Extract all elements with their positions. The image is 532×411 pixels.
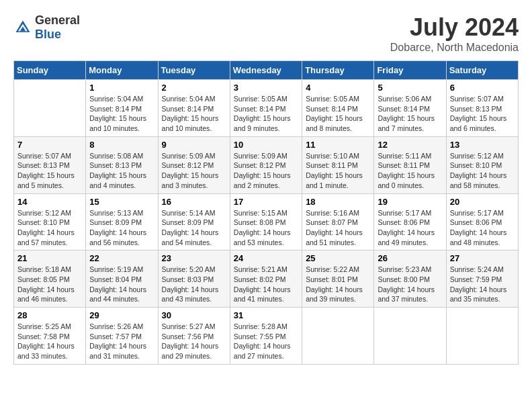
calendar-cell bbox=[302, 308, 374, 365]
day-number: 22 bbox=[89, 253, 154, 263]
day-info: Sunrise: 5:17 AMSunset: 8:06 PMDaylight:… bbox=[450, 208, 515, 248]
day-info: Sunrise: 5:13 AMSunset: 8:09 PMDaylight:… bbox=[89, 208, 154, 248]
day-number: 20 bbox=[450, 197, 515, 207]
calendar-cell: 14Sunrise: 5:12 AMSunset: 8:10 PMDayligh… bbox=[14, 193, 86, 250]
calendar-cell: 21Sunrise: 5:18 AMSunset: 8:05 PMDayligh… bbox=[14, 250, 86, 308]
calendar-week-row: 28Sunrise: 5:25 AMSunset: 7:58 PMDayligh… bbox=[14, 308, 519, 365]
calendar-cell: 15Sunrise: 5:13 AMSunset: 8:09 PMDayligh… bbox=[86, 193, 158, 250]
day-number: 27 bbox=[450, 253, 515, 263]
weekday-header-saturday: Saturday bbox=[446, 61, 518, 80]
calendar-cell: 12Sunrise: 5:11 AMSunset: 8:11 PMDayligh… bbox=[374, 136, 446, 193]
calendar-cell: 6Sunrise: 5:07 AMSunset: 8:13 PMDaylight… bbox=[446, 80, 518, 137]
weekday-header-monday: Monday bbox=[86, 61, 158, 80]
day-info: Sunrise: 5:08 AMSunset: 8:13 PMDaylight:… bbox=[89, 151, 154, 191]
logo-icon bbox=[13, 18, 32, 37]
calendar-cell: 24Sunrise: 5:21 AMSunset: 8:02 PMDayligh… bbox=[230, 250, 302, 308]
day-info: Sunrise: 5:12 AMSunset: 8:10 PMDaylight:… bbox=[450, 151, 515, 191]
calendar-week-row: 14Sunrise: 5:12 AMSunset: 8:10 PMDayligh… bbox=[14, 193, 519, 250]
day-info: Sunrise: 5:19 AMSunset: 8:04 PMDaylight:… bbox=[89, 265, 154, 304]
day-info: Sunrise: 5:09 AMSunset: 8:12 PMDaylight:… bbox=[234, 151, 298, 191]
calendar-cell: 5Sunrise: 5:06 AMSunset: 8:14 PMDaylight… bbox=[374, 80, 446, 137]
calendar-cell bbox=[14, 80, 86, 137]
calendar-cell: 11Sunrise: 5:10 AMSunset: 8:11 PMDayligh… bbox=[302, 136, 374, 193]
calendar-cell: 20Sunrise: 5:17 AMSunset: 8:06 PMDayligh… bbox=[446, 193, 518, 250]
calendar-cell: 22Sunrise: 5:19 AMSunset: 8:04 PMDayligh… bbox=[86, 250, 158, 308]
location-title: Dobarce, North Macedonia bbox=[390, 42, 519, 54]
day-number: 16 bbox=[162, 197, 226, 207]
logo-wordmark: General Blue bbox=[35, 13, 80, 42]
logo: General Blue bbox=[13, 13, 80, 42]
weekday-header-wednesday: Wednesday bbox=[230, 61, 302, 80]
weekday-header-tuesday: Tuesday bbox=[158, 61, 230, 80]
day-info: Sunrise: 5:21 AMSunset: 8:02 PMDaylight:… bbox=[234, 265, 298, 304]
calendar-cell bbox=[446, 308, 518, 365]
day-number: 14 bbox=[17, 197, 82, 207]
day-number: 24 bbox=[234, 253, 298, 263]
calendar-cell: 29Sunrise: 5:26 AMSunset: 7:57 PMDayligh… bbox=[86, 308, 158, 365]
day-info: Sunrise: 5:27 AMSunset: 7:56 PMDaylight:… bbox=[162, 322, 226, 361]
day-info: Sunrise: 5:12 AMSunset: 8:10 PMDaylight:… bbox=[17, 208, 82, 248]
title-area: July 2024 Dobarce, North Macedonia bbox=[390, 13, 519, 54]
day-number: 12 bbox=[378, 140, 442, 150]
calendar-cell: 7Sunrise: 5:07 AMSunset: 8:13 PMDaylight… bbox=[14, 136, 86, 193]
calendar-week-row: 7Sunrise: 5:07 AMSunset: 8:13 PMDaylight… bbox=[14, 136, 519, 193]
day-info: Sunrise: 5:16 AMSunset: 8:07 PMDaylight:… bbox=[306, 208, 370, 248]
day-number: 25 bbox=[306, 253, 370, 263]
calendar-cell: 9Sunrise: 5:09 AMSunset: 8:12 PMDaylight… bbox=[158, 136, 230, 193]
day-info: Sunrise: 5:10 AMSunset: 8:11 PMDaylight:… bbox=[306, 151, 370, 191]
day-info: Sunrise: 5:24 AMSunset: 7:59 PMDaylight:… bbox=[450, 265, 515, 304]
day-number: 9 bbox=[162, 140, 226, 150]
day-info: Sunrise: 5:22 AMSunset: 8:01 PMDaylight:… bbox=[306, 265, 370, 304]
calendar-cell: 3Sunrise: 5:05 AMSunset: 8:14 PMDaylight… bbox=[230, 80, 302, 137]
calendar-cell: 2Sunrise: 5:04 AMSunset: 8:14 PMDaylight… bbox=[158, 80, 230, 137]
day-info: Sunrise: 5:26 AMSunset: 7:57 PMDaylight:… bbox=[89, 322, 154, 361]
day-info: Sunrise: 5:07 AMSunset: 8:13 PMDaylight:… bbox=[17, 151, 82, 191]
calendar-cell bbox=[374, 308, 446, 365]
calendar-cell: 4Sunrise: 5:05 AMSunset: 8:14 PMDaylight… bbox=[302, 80, 374, 137]
day-number: 3 bbox=[234, 83, 298, 93]
day-number: 10 bbox=[234, 140, 298, 150]
day-number: 6 bbox=[450, 83, 515, 93]
weekday-header-sunday: Sunday bbox=[14, 61, 86, 80]
day-info: Sunrise: 5:04 AMSunset: 8:14 PMDaylight:… bbox=[89, 94, 154, 134]
weekday-header-friday: Friday bbox=[374, 61, 446, 80]
day-number: 4 bbox=[306, 83, 370, 93]
day-number: 5 bbox=[378, 83, 442, 93]
day-info: Sunrise: 5:18 AMSunset: 8:05 PMDaylight:… bbox=[17, 265, 82, 304]
page-header: General Blue July 2024 Dobarce, North Ma… bbox=[13, 13, 519, 54]
day-info: Sunrise: 5:28 AMSunset: 7:55 PMDaylight:… bbox=[234, 322, 298, 361]
calendar-cell: 13Sunrise: 5:12 AMSunset: 8:10 PMDayligh… bbox=[446, 136, 518, 193]
day-number: 15 bbox=[89, 197, 154, 207]
day-number: 28 bbox=[17, 310, 82, 320]
day-info: Sunrise: 5:04 AMSunset: 8:14 PMDaylight:… bbox=[162, 94, 226, 134]
calendar-table: SundayMondayTuesdayWednesdayThursdayFrid… bbox=[13, 60, 519, 365]
weekday-header-row: SundayMondayTuesdayWednesdayThursdayFrid… bbox=[14, 61, 519, 80]
day-info: Sunrise: 5:05 AMSunset: 8:14 PMDaylight:… bbox=[306, 94, 370, 134]
day-number: 23 bbox=[162, 253, 226, 263]
calendar-cell: 27Sunrise: 5:24 AMSunset: 7:59 PMDayligh… bbox=[446, 250, 518, 308]
calendar-week-row: 21Sunrise: 5:18 AMSunset: 8:05 PMDayligh… bbox=[14, 250, 519, 308]
calendar-cell: 26Sunrise: 5:23 AMSunset: 8:00 PMDayligh… bbox=[374, 250, 446, 308]
calendar-cell: 23Sunrise: 5:20 AMSunset: 8:03 PMDayligh… bbox=[158, 250, 230, 308]
calendar-cell: 19Sunrise: 5:17 AMSunset: 8:06 PMDayligh… bbox=[374, 193, 446, 250]
day-number: 29 bbox=[89, 310, 154, 320]
logo-blue-text: Blue bbox=[35, 28, 61, 41]
day-info: Sunrise: 5:05 AMSunset: 8:14 PMDaylight:… bbox=[234, 94, 298, 134]
day-number: 2 bbox=[162, 83, 226, 93]
day-info: Sunrise: 5:15 AMSunset: 8:08 PMDaylight:… bbox=[234, 208, 298, 248]
calendar-cell: 30Sunrise: 5:27 AMSunset: 7:56 PMDayligh… bbox=[158, 308, 230, 365]
calendar-cell: 25Sunrise: 5:22 AMSunset: 8:01 PMDayligh… bbox=[302, 250, 374, 308]
day-info: Sunrise: 5:07 AMSunset: 8:13 PMDaylight:… bbox=[450, 94, 515, 134]
calendar-cell: 16Sunrise: 5:14 AMSunset: 8:09 PMDayligh… bbox=[158, 193, 230, 250]
day-number: 26 bbox=[378, 253, 442, 263]
day-info: Sunrise: 5:11 AMSunset: 8:11 PMDaylight:… bbox=[378, 151, 442, 191]
day-info: Sunrise: 5:06 AMSunset: 8:14 PMDaylight:… bbox=[378, 94, 442, 134]
day-number: 1 bbox=[89, 83, 154, 93]
day-number: 8 bbox=[89, 140, 154, 150]
calendar-week-row: 1Sunrise: 5:04 AMSunset: 8:14 PMDaylight… bbox=[14, 80, 519, 137]
day-info: Sunrise: 5:23 AMSunset: 8:00 PMDaylight:… bbox=[378, 265, 442, 304]
day-number: 31 bbox=[234, 310, 298, 320]
day-info: Sunrise: 5:20 AMSunset: 8:03 PMDaylight:… bbox=[162, 265, 226, 304]
day-number: 17 bbox=[234, 197, 298, 207]
day-number: 21 bbox=[17, 253, 82, 263]
